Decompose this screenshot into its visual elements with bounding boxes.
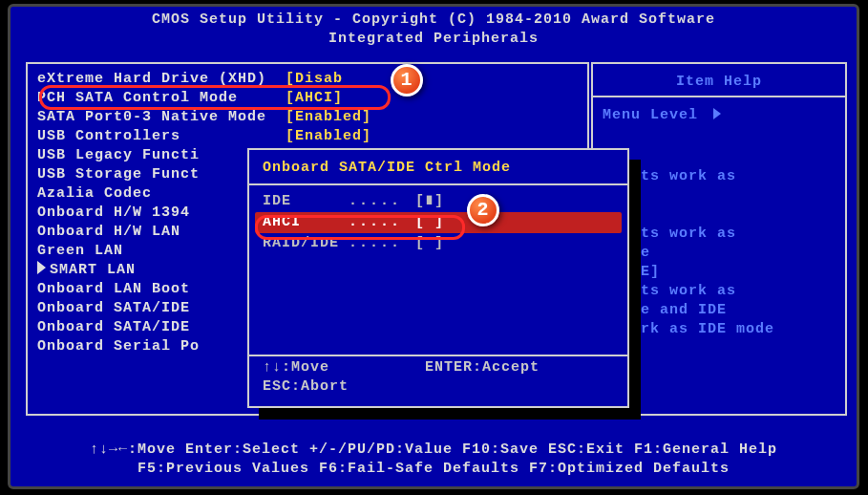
option-mark: [ ]: [415, 234, 454, 253]
dots: .....: [349, 234, 415, 253]
bios-screen: CMOS Setup Utility - Copyright (C) 1984-…: [8, 4, 859, 489]
help-body: E] A ports work as mode CI] A ports work…: [593, 148, 851, 339]
hint-abort: ESC:Abort: [263, 378, 349, 395]
popup-option-ahci[interactable]: AHCI ..... [ ]: [255, 212, 622, 233]
setting-value: [AHCI]: [286, 89, 343, 108]
footer-line2: F5:Previous Values F6:Fail-Safe Defaults…: [20, 460, 847, 479]
header: CMOS Setup Utility - Copyright (C) 1984-…: [11, 7, 857, 49]
option-label: IDE: [263, 192, 349, 211]
option-label: AHCI: [263, 213, 349, 232]
hint-move: ↑↓:Move: [263, 359, 329, 376]
dots: .....: [349, 192, 415, 211]
dots: .....: [349, 213, 415, 232]
hint-accept: ENTER:Accept: [425, 359, 540, 376]
help-line: ID/IDE]: [593, 263, 851, 282]
popup-option-raid-ide[interactable]: RAID/IDE ..... [ ]: [249, 233, 627, 254]
option-label: RAID/IDE: [263, 234, 349, 253]
popup-option-ide[interactable]: IDE ..... [∎]: [249, 191, 627, 212]
setting-value: [Enabled]: [286, 108, 371, 127]
help-line: E]: [593, 148, 851, 167]
help-line: CI]: [593, 205, 851, 225]
help-line: ts work as IDE mode: [593, 320, 851, 339]
menu-level-label: Menu Level: [603, 107, 698, 123]
popup-title: Onboard SATA/IDE Ctrl Mode: [249, 150, 627, 183]
header-line1: CMOS Setup Utility - Copyright (C) 1984-…: [11, 11, 857, 30]
help-title: Item Help: [593, 64, 845, 96]
setting-row[interactable]: eXtreme Hard Drive (XHD)[Disab: [28, 70, 587, 89]
setting-label: PCH SATA Control Mode: [37, 89, 286, 108]
popup-footer: ↑↓:Move ENTER:Accept ESC:Abort: [249, 353, 627, 406]
divider: [593, 96, 845, 97]
setting-label: USB Controllers: [37, 127, 286, 146]
setting-row[interactable]: USB Controllers[Enabled]: [28, 127, 587, 146]
setting-row[interactable]: PCH SATA Control Mode[AHCI]: [28, 89, 587, 108]
setting-row[interactable]: SATA Port0-3 Native Mode[Enabled]: [28, 108, 587, 127]
cursor-icon: [37, 261, 46, 274]
setting-label: SATA Port0-3 Native Mode: [37, 108, 286, 127]
help-line: A ports work as: [593, 282, 851, 301]
option-mark: [ ]: [415, 213, 454, 232]
menu-level: Menu Level: [593, 105, 845, 125]
setting-value: [Enabled]: [286, 127, 371, 146]
popup-sata-ctrl-mode: Onboard SATA/IDE Ctrl Mode IDE ..... [∎]…: [247, 148, 629, 408]
chevron-right-icon: [713, 108, 721, 119]
help-line: I mode: [593, 244, 851, 263]
help-line: A ports work as: [593, 225, 851, 244]
footer-legend: ↑↓→←:Move Enter:Select +/-/PU/PD:Value F…: [20, 441, 847, 479]
help-line: A ports work as: [593, 167, 851, 186]
help-line: mode: [593, 186, 851, 205]
setting-value: [Disab: [286, 70, 343, 89]
header-line2: Integrated Peripherals: [11, 30, 857, 49]
footer-line1: ↑↓→←:Move Enter:Select +/-/PU/PD:Value F…: [20, 441, 847, 460]
setting-label: eXtreme Hard Drive (XHD): [37, 70, 286, 89]
help-line: D mode and IDE: [593, 301, 851, 320]
option-mark: [∎]: [415, 192, 454, 211]
